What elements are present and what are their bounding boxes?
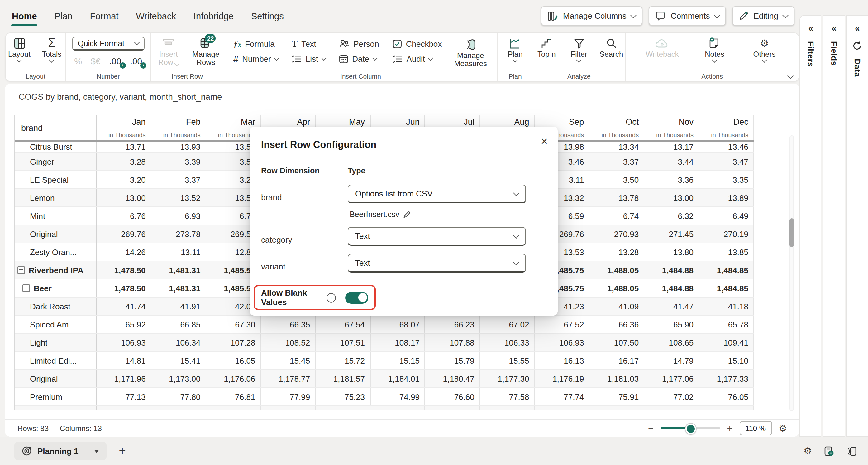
sheet-menu-caret-icon[interactable]	[94, 449, 99, 453]
table-cell[interactable]: 1,177.30	[480, 370, 535, 387]
row-label[interactable]: Spiced Am...	[15, 316, 97, 333]
table-cell[interactable]: 13.00	[644, 189, 699, 206]
table-cell[interactable]: 106.93	[535, 334, 590, 351]
table-cell[interactable]: 1,177.06	[644, 370, 699, 387]
insert-list-button[interactable]: List	[292, 54, 325, 64]
table-cell[interactable]: 41.09	[589, 297, 644, 315]
sheet-tab-planning-1[interactable]: Planning 1	[14, 442, 106, 460]
insert-checkbox-button[interactable]: Checkbox	[393, 39, 442, 49]
edit-pencil-icon[interactable]	[403, 211, 411, 218]
table-cell[interactable]: 1,484.85	[699, 261, 754, 279]
currency-format-button[interactable]: $€	[91, 56, 100, 66]
table-cell[interactable]: 66.35	[261, 316, 316, 333]
expand-panel-icon[interactable]: «	[855, 23, 860, 33]
allow-blank-values-toggle[interactable]	[345, 292, 368, 303]
table-cell[interactable]: 271.45	[644, 225, 699, 243]
row-label[interactable]: Mint	[15, 207, 97, 225]
decrease-decimals-button[interactable]: .00‹	[109, 56, 121, 66]
others-button[interactable]: ⚙ Others	[750, 37, 779, 61]
table-row[interactable]: Original1,171.961,173.001,176.061,178.77…	[15, 370, 754, 388]
table-row[interactable]: Light106.93106.34107.28108.52107.51108.1…	[15, 334, 754, 352]
table-cell[interactable]: 1,484.85	[699, 280, 754, 297]
table-cell[interactable]: 15.15	[370, 352, 425, 369]
copy-views-icon[interactable]	[846, 446, 857, 456]
table-cell[interactable]: 77.58	[480, 388, 535, 405]
month-column-header[interactable]: Janin Thousands	[97, 115, 151, 140]
table-cell[interactable]: 13.52	[151, 189, 206, 206]
table-row[interactable]: Limited Edi...14.8115.4116.0515.4515.721…	[15, 352, 754, 370]
table-cell[interactable]: 273.78	[151, 225, 206, 243]
vertical-scrollbar[interactable]	[789, 135, 794, 411]
table-cell[interactable]: 13.46	[699, 142, 754, 152]
table-cell[interactable]: 6.76	[97, 207, 151, 225]
table-cell[interactable]: 269.76	[97, 225, 151, 243]
table-cell[interactable]: 108.17	[370, 334, 425, 351]
table-cell[interactable]: 15.55	[480, 352, 535, 369]
table-cell[interactable]: 3.28	[97, 153, 151, 170]
menu-tab-plan[interactable]: Plan	[54, 9, 73, 24]
info-icon[interactable]: i	[327, 293, 336, 302]
settings-gear-icon[interactable]: ⚙	[804, 445, 812, 457]
table-cell[interactable]: 13.78	[589, 189, 644, 206]
table-cell[interactable]: 107.50	[589, 334, 644, 351]
row-label[interactable]: Summit Top B...	[15, 406, 97, 410]
zoom-slider-knob[interactable]	[685, 424, 696, 434]
scrollbar-thumb[interactable]	[789, 218, 794, 247]
row-label[interactable]: Beer	[15, 280, 97, 297]
row-label[interactable]: Dark Roast	[15, 297, 97, 315]
menu-tab-infobridge[interactable]: Infobridge	[193, 9, 234, 24]
expand-panel-icon[interactable]: «	[832, 23, 837, 33]
collapse-row-icon[interactable]	[23, 284, 30, 292]
table-cell[interactable]: 66.23	[425, 316, 480, 333]
row-label[interactable]: Premium	[15, 388, 97, 405]
row-label[interactable]: Limited Edi...	[15, 352, 97, 369]
search-button[interactable]: Search	[596, 37, 626, 59]
table-cell[interactable]: 107.28	[206, 334, 261, 351]
table-cell[interactable]: 10.34	[97, 406, 151, 410]
table-cell[interactable]: 3.50	[589, 171, 644, 188]
table-cell[interactable]: 106.34	[151, 334, 206, 351]
insert-audit-button[interactable]: Audit	[393, 54, 442, 64]
table-cell[interactable]: 15.79	[425, 352, 480, 369]
table-cell[interactable]: 1,173.00	[151, 370, 206, 387]
manage-rows-button[interactable]: 22 Manage Rows	[188, 37, 223, 67]
table-cell[interactable]: 270.19	[699, 225, 754, 243]
row-label[interactable]: LE Special	[15, 171, 97, 188]
zoom-slider[interactable]	[660, 427, 720, 429]
row-label[interactable]: Ginger	[15, 153, 97, 170]
grid-settings-gear-icon[interactable]: ⚙	[779, 423, 787, 434]
table-cell[interactable]: 77.80	[151, 388, 206, 405]
table-cell[interactable]: 109.41	[699, 334, 754, 351]
table-cell[interactable]: 10.76	[589, 406, 644, 410]
manage-columns-button[interactable]: Manage Columns	[540, 6, 643, 26]
table-cell[interactable]: 77.02	[644, 388, 699, 405]
table-cell[interactable]: 65.92	[97, 316, 151, 333]
table-cell[interactable]: 1,478.50	[97, 261, 151, 279]
table-cell[interactable]: 13.93	[151, 142, 206, 152]
row-label[interactable]: Original	[15, 225, 97, 243]
add-view-icon[interactable]	[824, 446, 834, 456]
table-cell[interactable]: 41.74	[97, 297, 151, 315]
table-cell[interactable]: 13.11	[151, 243, 206, 261]
table-cell[interactable]: 14.26	[97, 243, 151, 261]
table-cell[interactable]: 66.36	[589, 316, 644, 333]
table-cell[interactable]: 107.88	[425, 334, 480, 351]
add-sheet-button[interactable]: +	[119, 444, 126, 458]
table-cell[interactable]: 1,181.03	[589, 370, 644, 387]
layout-button[interactable]: Layout	[4, 37, 34, 61]
table-cell[interactable]: 108.52	[261, 334, 316, 351]
category-type-select[interactable]: Text	[348, 227, 526, 246]
table-cell[interactable]: 3.37	[589, 153, 644, 170]
table-row[interactable]: Premium77.1377.8076.8177.9975.2374.9976.…	[15, 388, 754, 406]
table-cell[interactable]: 15.41	[151, 352, 206, 369]
insert-text-button[interactable]: T Text	[292, 39, 325, 49]
percent-format-button[interactable]: %	[74, 56, 82, 66]
table-cell[interactable]: 41.18	[699, 297, 754, 315]
table-cell[interactable]: 1,180.47	[425, 370, 480, 387]
table-cell[interactable]: 16.17	[589, 352, 644, 369]
table-row[interactable]: Spiced Am...65.9266.8567.3066.3567.5468.…	[15, 316, 754, 334]
brand-type-select[interactable]: Options list from CSV	[348, 185, 526, 203]
table-cell[interactable]: 3.36	[644, 171, 699, 188]
table-cell[interactable]: 66.85	[151, 316, 206, 333]
comments-button[interactable]: Comments	[649, 6, 726, 26]
